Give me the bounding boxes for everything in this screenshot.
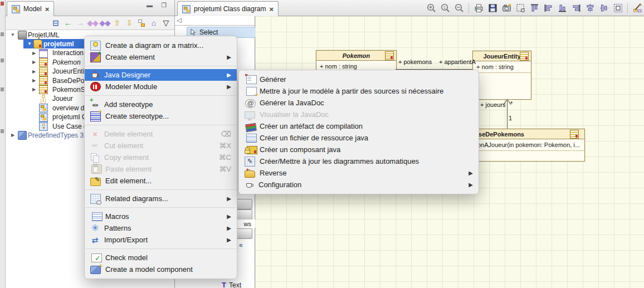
menu-item-edit-element[interactable]: ✎Edit element... [85, 175, 237, 187]
expander-icon[interactable]: ▶ [31, 78, 37, 83]
collapse-all-icon[interactable]: ⊟ [51, 18, 61, 28]
close-icon[interactable]: × [269, 5, 274, 13]
tab-class-diagram[interactable]: projetuml Class diagram × [177, 1, 279, 16]
menu-item-reverse[interactable]: Reverse▶ [239, 167, 479, 179]
menu-shortcut: ⌘X [219, 141, 231, 150]
class-icon [39, 85, 48, 94]
close-icon[interactable]: × [45, 5, 50, 13]
class-attribute[interactable]: + nom : string [473, 61, 531, 73]
minimize-icon[interactable]: ▬ [147, 2, 156, 8]
submenu-arrow-icon: ▶ [227, 54, 231, 60]
menu-item-label: Create a diagram or a matrix... [105, 41, 231, 50]
center-horizontal-button[interactable] [584, 3, 596, 14]
menu-item-cr-er-un-fichier-de-ressource-java[interactable]: Créer un fichier de ressource java [239, 132, 479, 144]
menu-item-configuration[interactable]: Configuration▶ [239, 179, 479, 191]
menu-item-g-n-rer[interactable]: Générer [239, 74, 479, 85]
previous-icon[interactable]: ◆◆ [87, 18, 97, 28]
menu-item-check-model[interactable]: ✓Check model [85, 252, 237, 263]
view-menu-icon[interactable]: ▽ [161, 18, 171, 28]
menu-item-related-diagrams[interactable]: Related diagrams...▶ [85, 193, 237, 204]
expander-icon[interactable]: ▼ [10, 32, 16, 37]
tree-item-label: Use Case di [52, 123, 89, 130]
zoom-out-button[interactable] [453, 3, 465, 14]
related-diagrams-icon [90, 194, 101, 204]
multiplicity-label[interactable]: 1 [509, 115, 512, 121]
zoom-original-button[interactable]: 1 [440, 3, 451, 14]
menu-item-cr-er-un-art-fact-de-compilation[interactable]: Créer un artéfact de compilation [239, 120, 479, 132]
menu-item-import-export[interactable]: ⇄Import/Export▶ [85, 234, 237, 246]
center-vertical-button[interactable] [598, 3, 609, 14]
menu-item-create-element[interactable]: Create element▶ [85, 51, 237, 63]
submenu-arrow-icon: ▶ [227, 237, 231, 243]
copy-format-button[interactable] [632, 3, 643, 14]
fit-selection-button[interactable] [612, 3, 623, 14]
menu-item-cr-er-un-composant-java[interactable]: Créer un composant java [239, 144, 479, 155]
menu-item-paste-element[interactable]: Paste element⌘V [85, 163, 237, 175]
palette-item-text[interactable]: T Text [222, 281, 241, 288]
menu-item-label: Create a model component [105, 265, 231, 274]
selection-button[interactable] [515, 3, 526, 14]
menu-item-label: Check model [105, 253, 231, 262]
zoom-in-button[interactable] [426, 3, 437, 14]
menu-item-label: Mettre à jour le modèle à partir des sou… [260, 87, 473, 95]
association-line[interactable] [507, 99, 508, 129]
align-right-button[interactable] [570, 3, 582, 14]
next-icon[interactable]: ◆◆ [100, 18, 110, 28]
menu-item-macros[interactable]: Macros▶ [85, 211, 237, 222]
hierarchy-icon [138, 19, 145, 27]
collapse-palette-icon[interactable]: ◁ [177, 17, 181, 24]
align-left-button[interactable] [543, 3, 554, 14]
menu-item-label: Configuration [258, 180, 458, 189]
tree-item-label: projetuml [43, 40, 74, 48]
print-button[interactable] [473, 3, 484, 14]
expander-icon[interactable]: ▶ [31, 60, 37, 65]
menu-item-create-a-diagram-or-a-matrix[interactable]: Create a diagram or a matrix... [85, 40, 237, 51]
menu-item-label: Copy element [104, 153, 206, 162]
align-bottom-button[interactable] [557, 3, 568, 14]
forward-icon[interactable]: → [75, 18, 85, 28]
text-tool-icon: T [222, 281, 226, 288]
expander-icon[interactable]: ▶ [31, 69, 37, 74]
screenshot-button[interactable] [501, 3, 512, 14]
tab-model[interactable]: Model × [7, 1, 54, 16]
menu-item-add-stereotype[interactable]: «»Add stereotype [85, 99, 237, 110]
expander-icon[interactable]: ▼ [27, 41, 32, 46]
association-role-label[interactable]: + appartientA [439, 58, 476, 65]
menu-item-copy-element[interactable]: Copy element⌘C [85, 152, 237, 163]
selection-icon [515, 3, 526, 13]
class-icon [385, 51, 394, 60]
edge-mark [1, 2, 4, 6]
menu-item-create-a-model-component[interactable]: Create a model component [85, 263, 237, 275]
toolbar-separator [469, 3, 469, 13]
hierarchy-icon[interactable] [136, 18, 147, 28]
menu-item-patterns[interactable]: ✳Patterns▶ [85, 222, 237, 234]
save-button[interactable] [487, 3, 498, 14]
association-role-label[interactable]: + pokemons [398, 58, 432, 65]
expander-icon[interactable]: ▶ [31, 51, 37, 56]
menu-item-create-stereotype[interactable]: Create stereotype... [85, 110, 237, 122]
menu-item-g-n-rer-la-javadoc[interactable]: @Générer la JavaDoc [239, 97, 479, 109]
delete-icon: × [90, 130, 100, 139]
menu-item-delete-element[interactable]: ×Delete element⌫ [85, 128, 237, 140]
menu-item-label: Générer [260, 75, 473, 84]
down-icon[interactable]: ⇩ [124, 18, 134, 28]
menu-item-modeler-module[interactable]: Modeler Module▶ [85, 81, 237, 92]
class-box-joueurentity[interactable]: JoueurEntity + nom : string [472, 51, 531, 100]
back-icon[interactable]: ← [63, 18, 73, 28]
menu-item-visualiser-la-javadoc[interactable]: Visualiser la JavaDoc [239, 109, 479, 120]
multiplicity-label[interactable]: * [510, 100, 513, 107]
menu-item-java-designer[interactable]: ~Java Designer▶ [85, 69, 237, 81]
maximize-icon[interactable]: ❐ [161, 2, 170, 8]
association-role-label[interactable]: + joueurs [480, 101, 506, 108]
expander-icon[interactable]: ▶ [31, 87, 37, 92]
home-icon[interactable]: ⌂ [149, 18, 159, 28]
up-icon[interactable]: ⇧ [112, 18, 122, 28]
align-top-button[interactable] [529, 3, 540, 14]
zoom-original-icon: 1 [440, 3, 451, 13]
menu-item-cut-element[interactable]: ✂Cut element⌘X [85, 140, 237, 152]
palette-chevron-icon[interactable]: « [239, 241, 243, 249]
menu-item-mettre-jour-le-mod-le-partir-des-sources-si-n-cessaire[interactable]: Mettre à jour le modèle à partir des sou… [239, 85, 479, 97]
expander-icon[interactable]: ▶ [10, 133, 16, 138]
left-edge-strip [0, 0, 6, 288]
menu-item-cr-er-mettre-jour-les-diagrammes-automatiques[interactable]: ✎Créer/Mettre à jour les diagrammes auto… [239, 155, 479, 167]
